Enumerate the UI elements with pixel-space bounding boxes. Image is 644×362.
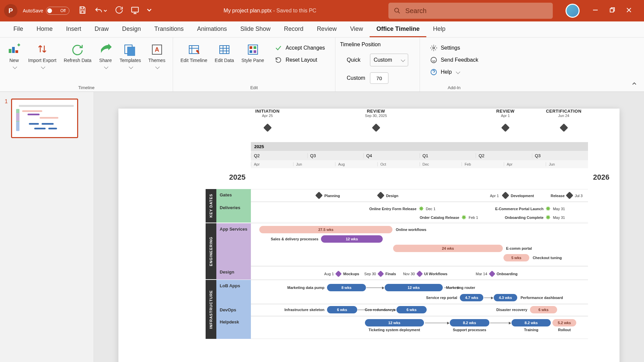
task-bar: 27.5 wks — [259, 226, 392, 233]
delivery-star — [545, 215, 550, 220]
share-button[interactable]: Share — [96, 42, 115, 71]
ribbon-tab-file[interactable]: File — [7, 21, 30, 37]
task-label: Marketing data pump — [287, 286, 325, 290]
task-bar: 4.3 wks — [494, 294, 517, 301]
ribbon-tab-design[interactable]: Design — [115, 21, 148, 37]
svg-rect-10 — [189, 46, 199, 54]
custom-position-label: Custom — [347, 75, 365, 81]
task-bar: 8.2 wks — [512, 319, 551, 326]
edit-data-button[interactable]: Edit Data — [212, 42, 237, 64]
import-export-button[interactable]: Import Export — [25, 42, 59, 71]
reset-layout-label: Reset Layout — [285, 57, 317, 63]
delivery-date: May 31 — [553, 207, 565, 211]
chevron-down-icon — [455, 69, 460, 75]
task-bar: 24 wks — [393, 245, 503, 252]
task-label: Disaster recovery — [496, 308, 527, 312]
ribbon-tab-review[interactable]: Review — [310, 21, 343, 37]
slide-canvas-area[interactable]: 2025 2026 INITIATIONApr 25REVIEWSep 30, … — [94, 92, 644, 362]
month-cell: Apr — [504, 162, 546, 166]
quick-position-value: Custom — [374, 57, 392, 63]
search-box[interactable] — [388, 3, 553, 19]
close-button[interactable] — [626, 7, 632, 14]
ribbon-tab-insert[interactable]: Insert — [59, 21, 88, 37]
search-input[interactable] — [405, 7, 547, 15]
undo-icon[interactable] — [94, 6, 107, 15]
design-milestone-date: Aug 1 — [324, 272, 334, 276]
slide-thumbnail-1[interactable] — [11, 99, 78, 138]
month-cell: Oct — [377, 162, 420, 166]
ribbon-tab-draw[interactable]: Draw — [88, 21, 115, 37]
timeline-area: INITIATIONApr 25REVIEWSep 30, 2025REVIEW… — [251, 142, 588, 168]
gate-date: Jul 3 — [575, 194, 583, 198]
search-icon — [394, 7, 400, 14]
slide-1[interactable]: 2025 2026 INITIATIONApr 25REVIEWSep 30, … — [118, 109, 620, 362]
ribbon-tab-animations[interactable]: Animations — [190, 21, 233, 37]
ribbon-tabs: FileHomeInsertDrawDesignTransitionsAnima… — [0, 21, 644, 38]
ribbon-tab-transitions[interactable]: Transitions — [148, 21, 190, 37]
help-button[interactable]: Help — [430, 68, 478, 76]
category-infrastructure: INFRASTRUCTURE — [206, 280, 216, 339]
present-icon[interactable] — [130, 6, 140, 16]
delivery-date: Dec 1 — [426, 207, 436, 211]
edit-data-label: Edit Data — [215, 58, 234, 63]
year-right: 2026 — [593, 173, 609, 182]
connector — [366, 288, 384, 288]
svg-rect-2 — [610, 9, 613, 12]
lane-row — [251, 189, 588, 202]
task-bar: 8.2 wks — [450, 319, 489, 326]
settings-label: Settings — [441, 45, 460, 51]
minimize-button[interactable] — [592, 7, 598, 14]
ribbon-tab-office-timeline[interactable]: Office Timeline — [370, 21, 426, 37]
ribbon-tab-record[interactable]: Record — [277, 21, 310, 37]
svg-rect-3 — [9, 49, 11, 53]
month-cell: Jun — [293, 162, 335, 166]
gate-label: Release — [551, 194, 565, 198]
category-engineering: ENGINEERING — [206, 223, 216, 279]
timeline-group-label: Timeline — [78, 85, 95, 90]
help-icon — [430, 68, 437, 76]
svg-rect-11 — [220, 46, 229, 54]
lane-label-gates: Gates — [216, 189, 251, 202]
send-feedback-button[interactable]: Send Feedback — [430, 56, 478, 64]
edit-timeline-button[interactable]: Edit Timeline — [178, 42, 210, 64]
save-icon[interactable] — [78, 6, 87, 16]
themes-label: Themes — [148, 58, 165, 63]
templates-button[interactable]: Templates — [117, 42, 144, 71]
user-avatar[interactable] — [566, 4, 580, 18]
ribbon-tab-home[interactable]: Home — [30, 21, 59, 37]
svg-rect-4 — [12, 47, 15, 53]
ribbon-tab-slide-show[interactable]: Slide Show — [234, 21, 277, 37]
ribbon-group-edit: Edit Timeline Edit Data Style Pane Accep… — [173, 38, 335, 92]
new-button[interactable]: New — [5, 42, 23, 71]
svg-rect-15 — [250, 50, 252, 53]
lane-row — [251, 280, 588, 304]
restore-button[interactable] — [609, 7, 615, 14]
quick-position-label: Quick — [347, 57, 365, 63]
lane-label-deliveries: Deliveries — [216, 202, 251, 223]
task-bar: 6 wks — [530, 306, 557, 313]
title-bar: P AutoSave Off My project plan.pptx - Sa… — [0, 0, 644, 21]
edit-timeline-label: Edit Timeline — [180, 58, 207, 63]
settings-button[interactable]: Settings — [430, 44, 478, 52]
reset-layout-button[interactable]: Reset Layout — [275, 56, 325, 64]
task-bar: 12 wks — [365, 319, 424, 326]
category-key-dates: KEY DATES — [206, 189, 216, 223]
redo-icon[interactable] — [114, 6, 123, 16]
refresh-data-button[interactable]: Refresh Data — [61, 42, 94, 71]
month-cell: Dec — [420, 162, 462, 166]
chevron-down-icon — [400, 57, 405, 63]
svg-point-17 — [433, 47, 435, 49]
year-left: 2025 — [229, 173, 246, 182]
collapse-ribbon-button[interactable] — [631, 81, 637, 88]
autosave-toggle[interactable]: Off — [46, 7, 69, 15]
custom-position-input[interactable] — [370, 72, 388, 84]
qat-more-icon[interactable] — [147, 8, 152, 14]
accept-changes-button[interactable]: Accept Changes — [275, 44, 325, 52]
design-milestone-label: Mockups — [343, 272, 359, 276]
themes-button[interactable]: A Themes — [146, 42, 168, 71]
quick-position-dropdown[interactable]: Custom — [370, 54, 408, 66]
ribbon-tab-view[interactable]: View — [343, 21, 370, 37]
design-milestone-date: Nov 30 — [403, 272, 415, 276]
ribbon-tab-help[interactable]: Help — [426, 21, 452, 37]
style-pane-button[interactable]: Style Pane — [239, 42, 267, 64]
